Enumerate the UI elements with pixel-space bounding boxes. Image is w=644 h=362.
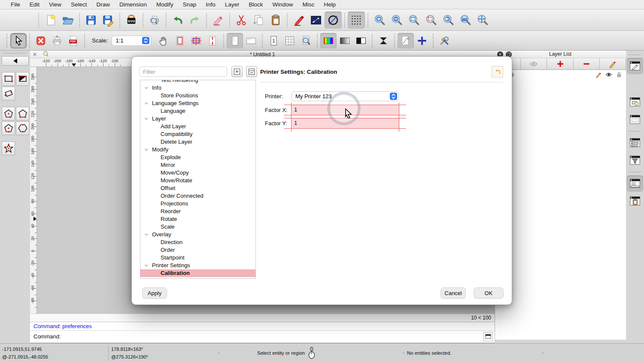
tree-item-printer-settings[interactable]: Printer Settings xyxy=(140,262,255,269)
dock-block-toggle-button[interactable] xyxy=(627,94,643,110)
ok-button[interactable]: OK xyxy=(474,287,504,299)
panel-drag-handle[interactable] xyxy=(629,53,641,57)
tree-item-language[interactable]: Language xyxy=(140,107,255,115)
tree-item-projections[interactable]: Projections xyxy=(140,200,255,208)
chevron-down-icon[interactable] xyxy=(144,262,149,270)
menu-info[interactable]: Info xyxy=(201,1,220,8)
apply-button[interactable]: Apply xyxy=(142,287,167,299)
page-single-button[interactable]: 1 xyxy=(265,33,282,48)
copy-button[interactable] xyxy=(250,12,267,29)
menu-snap[interactable]: Snap xyxy=(178,1,201,8)
toolbar-drag-handle[interactable] xyxy=(37,13,40,27)
tree-item-text-rendering[interactable]: Text Rendering xyxy=(140,80,255,84)
polygon-center-corner-button[interactable] xyxy=(2,107,15,121)
tree-item-order[interactable]: Order xyxy=(140,246,255,254)
tree-item-move-copy[interactable]: Move/Copy xyxy=(140,169,255,177)
tree-item-explode[interactable]: Explode xyxy=(140,154,255,161)
zoom-in-button[interactable] xyxy=(371,12,388,29)
tree-item-direction[interactable]: Direction xyxy=(140,238,255,246)
polygon-2corners-button[interactable] xyxy=(16,107,29,121)
tree-item-offset[interactable]: Offset xyxy=(140,184,255,192)
tree-item-reorder[interactable]: Reorder xyxy=(140,208,255,215)
minus-red-button[interactable] xyxy=(574,58,600,69)
tree-item-language-settings[interactable]: Language Settings xyxy=(140,100,255,107)
zoom-auto-button[interactable] xyxy=(474,12,491,29)
zoom-page-button[interactable] xyxy=(298,33,314,48)
cut-button[interactable] xyxy=(233,12,250,29)
collapse-tree-button[interactable] xyxy=(246,66,257,77)
chevron-down-icon[interactable] xyxy=(144,84,149,92)
rect-size-button[interactable] xyxy=(2,72,15,86)
tree-item-overlay[interactable]: Overlay xyxy=(140,231,255,238)
factor-x-input[interactable]: 1 xyxy=(292,105,399,115)
color-gray-button[interactable] xyxy=(337,33,353,48)
tree-item-calibration[interactable]: Calibration xyxy=(140,269,255,277)
chevron-down-icon[interactable] xyxy=(144,100,149,108)
open-folder-button[interactable] xyxy=(59,12,76,29)
page-portrait-button[interactable] xyxy=(227,33,243,48)
dock-properties-toggle-button[interactable] xyxy=(627,135,643,151)
scrollbar-strip[interactable]: 10 < 100 xyxy=(30,314,495,322)
printer-select[interactable]: My Printer 123 xyxy=(292,91,399,101)
tree-item-add-layer[interactable]: Add Layer xyxy=(140,123,255,130)
menu-modify[interactable]: Modify xyxy=(152,1,178,8)
star-tool-button[interactable] xyxy=(2,142,15,155)
dock-layer-toggle-button[interactable] xyxy=(627,58,643,74)
menu-misc[interactable]: Misc xyxy=(298,1,319,8)
zoom-selection-button[interactable] xyxy=(422,12,440,29)
page-multi-button[interactable] xyxy=(282,33,298,48)
zoom-window-button[interactable] xyxy=(457,12,474,29)
pdf-export-button[interactable]: PDF xyxy=(65,33,82,48)
snap-cross-button[interactable] xyxy=(414,33,430,48)
new-file-button[interactable] xyxy=(42,12,59,29)
tree-item-order-connected[interactable]: Order Connected xyxy=(140,192,255,200)
cursor-arrow-button[interactable] xyxy=(10,33,27,48)
menu-layer[interactable]: Layer xyxy=(220,1,244,8)
tree-item-delete-layer[interactable]: Delete Layer xyxy=(140,138,255,146)
tree-item-rotate[interactable]: Rotate xyxy=(140,215,255,223)
paper-grid-button[interactable] xyxy=(188,33,204,48)
command-window-button[interactable] xyxy=(483,332,493,341)
pan-hand-button[interactable] xyxy=(155,33,172,48)
dock-command-toggle-button[interactable] xyxy=(627,175,643,192)
menu-help[interactable]: Help xyxy=(319,1,340,8)
dock-clipboard-toggle-button[interactable] xyxy=(627,193,643,209)
tree-item-scale[interactable]: Scale xyxy=(140,223,255,231)
panel-drag-handle[interactable] xyxy=(3,51,27,55)
chevron-down-icon[interactable] xyxy=(144,146,149,154)
tree-item-modify[interactable]: Modify xyxy=(140,146,255,154)
svg-export-button[interactable]: SVG xyxy=(123,12,140,29)
menu-edit[interactable]: Edit xyxy=(25,1,44,8)
dock-filter-toggle-button[interactable] xyxy=(627,152,643,169)
plus-red-button[interactable] xyxy=(547,58,573,69)
app-settings-button[interactable] xyxy=(436,33,453,48)
measure-distance-button[interactable] xyxy=(307,12,325,29)
pencil-small-icon[interactable] xyxy=(595,71,602,78)
paste-button[interactable] xyxy=(267,12,284,29)
eye-gray-button[interactable] xyxy=(521,58,547,69)
cancel-button[interactable]: Cancel xyxy=(440,287,466,299)
color-bw-button[interactable] xyxy=(353,33,369,48)
dock-library-toggle-button[interactable] xyxy=(627,112,643,128)
color-full-button[interactable] xyxy=(320,33,337,48)
save-as-button[interactable] xyxy=(100,12,117,29)
draw-pencil-button[interactable] xyxy=(290,12,307,29)
menu-draw[interactable]: Draw xyxy=(92,1,115,8)
menu-window[interactable]: Window xyxy=(268,1,298,8)
paper-border-button[interactable] xyxy=(172,33,188,48)
rect-rotated-button[interactable] xyxy=(2,87,15,100)
tree-item-info[interactable]: Info xyxy=(140,84,255,92)
tree-item-layer[interactable]: Layer xyxy=(140,115,255,123)
back-arrow-button[interactable] xyxy=(2,56,29,66)
tree-item-store-positions[interactable]: Store Positions xyxy=(140,92,255,100)
rect-corners-button[interactable] xyxy=(16,72,29,86)
menu-block[interactable]: Block xyxy=(244,1,268,8)
redo-button[interactable] xyxy=(186,12,204,29)
circle-tool-button[interactable] xyxy=(325,12,342,29)
factor-y-input[interactable]: 1 xyxy=(292,118,399,128)
tree-item-mirror[interactable]: Mirror xyxy=(140,161,255,169)
tree-item-compatibility[interactable]: Compatibility xyxy=(140,130,255,138)
page-landscape-button[interactable] xyxy=(243,33,259,48)
chevron-down-icon[interactable] xyxy=(144,231,149,239)
menu-view[interactable]: View xyxy=(44,1,66,8)
